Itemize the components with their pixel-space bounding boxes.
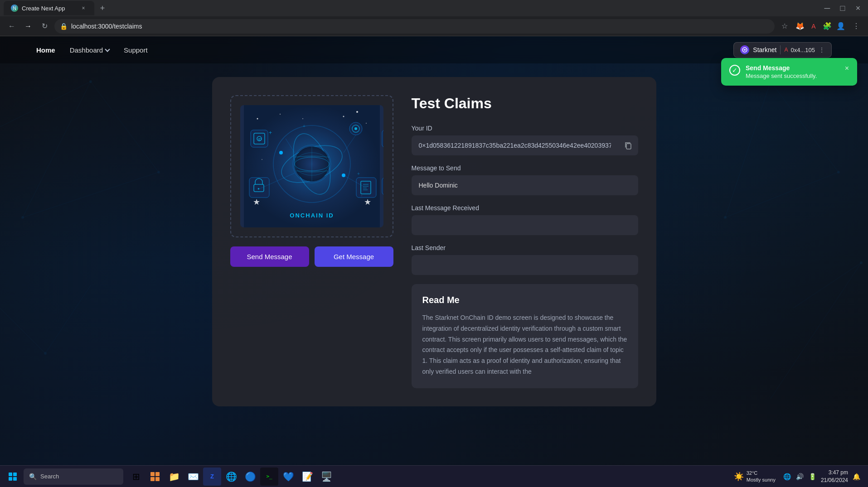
url-text: localhost:3000/testclaims <box>71 23 142 30</box>
wallet-network-icon <box>740 45 749 54</box>
taskbar-search-icon: 🔍 <box>29 473 37 480</box>
more-button[interactable]: ⋮ <box>850 20 863 33</box>
nft-svg-art: ★ ★ + + + + + <box>240 105 383 227</box>
taskbar-app-chrome[interactable]: 🔵 <box>241 468 259 486</box>
new-tab-button[interactable]: + <box>96 2 109 14</box>
ext-icon-3[interactable]: 🧩 <box>822 21 833 32</box>
svg-point-23 <box>343 116 344 117</box>
last-sender-label: Last Sender <box>412 244 638 251</box>
svg-point-21 <box>257 118 258 120</box>
nav-support[interactable]: Support <box>124 46 148 54</box>
taskbar-time-display: 3:47 pm <box>821 469 848 477</box>
toast-content: Send Message Message sent successfully. <box>746 64 839 79</box>
back-button[interactable]: ← <box>5 20 18 33</box>
taskbar-app-taskview[interactable]: ⊞ <box>127 468 145 486</box>
svg-text:ID: ID <box>258 137 262 141</box>
your-id-input[interactable] <box>412 135 618 155</box>
taskbar-app-terminal[interactable]: >_ <box>260 468 278 486</box>
wallet-divider <box>780 45 781 54</box>
taskbar-app-screen[interactable]: 🖥️ <box>317 468 335 486</box>
taskbar-app-edge[interactable]: 🌐 <box>222 468 240 486</box>
copy-id-button[interactable] <box>618 135 638 155</box>
svg-text:★: ★ <box>364 198 371 207</box>
tab-bar: N Create Next App × + ─ □ × <box>0 0 868 16</box>
main-content: ★ ★ + + + + + <box>0 63 868 420</box>
svg-rect-76 <box>155 477 160 481</box>
svg-point-25 <box>356 111 358 113</box>
maximize-button[interactable]: □ <box>836 2 849 14</box>
taskbar-search-bar[interactable]: 🔍 Search <box>24 468 123 485</box>
svg-rect-49 <box>382 130 383 147</box>
svg-rect-61 <box>356 178 376 198</box>
toast-title: Send Message <box>746 64 839 72</box>
ext-icon-4[interactable]: 👤 <box>835 21 846 32</box>
nav-links: Home Dashboard Support <box>36 46 148 54</box>
forward-button[interactable]: → <box>22 20 34 33</box>
content-card: ★ ★ + + + + + <box>212 77 656 406</box>
svg-point-27 <box>262 159 262 160</box>
right-panel: Test Claims Your ID <box>412 95 638 388</box>
minimize-button[interactable]: ─ <box>821 2 834 14</box>
message-field-group: Message to Send <box>412 164 638 195</box>
address-bar[interactable]: 🔒 localhost:3000/testclaims <box>54 19 775 34</box>
taskbar-app-mail[interactable]: ✉️ <box>184 468 202 486</box>
taskbar-app-notes[interactable]: 📝 <box>298 468 316 486</box>
last-message-label: Last Message Received <box>412 204 638 212</box>
read-me-title: Read Me <box>422 295 627 305</box>
system-tray: ☀️ 32°C Mostly sunny 🌐 🔊 🔋 3:47 pm 21/06… <box>727 469 864 484</box>
svg-text:+: + <box>269 130 272 136</box>
lock-icon: 🔒 <box>60 23 68 30</box>
taskbar-app-files[interactable]: 📁 <box>165 468 183 486</box>
last-sender-input[interactable] <box>412 255 638 275</box>
svg-text:+: + <box>357 171 360 176</box>
taskbar-date-display: 21/06/2024 <box>821 477 848 484</box>
dashboard-chevron-icon <box>105 47 110 52</box>
browser-chrome: N Create Next App × + ─ □ × ← → ↻ 🔒 loca… <box>0 0 868 36</box>
notification-tray-icon[interactable]: 🔔 <box>852 472 861 481</box>
refresh-button[interactable]: ↻ <box>38 20 51 33</box>
page-title: Test Claims <box>412 95 638 112</box>
action-buttons: Send Message Get Message <box>230 246 393 267</box>
volume-tray-icon[interactable]: 🔊 <box>795 472 805 481</box>
extension-icons: 🦊 A 🧩 👤 <box>795 21 846 32</box>
toast-close-button[interactable]: × <box>845 64 849 72</box>
wallet-address-text: 0x4...105 <box>791 47 815 53</box>
toast-message: Message sent successfully. <box>746 72 839 79</box>
battery-tray-icon[interactable]: 🔋 <box>808 472 817 481</box>
svg-point-24 <box>366 123 367 124</box>
network-tray-icon[interactable]: 🌐 <box>783 472 792 481</box>
taskbar-app-custom1[interactable] <box>146 468 164 486</box>
active-tab[interactable]: N Create Next App × <box>4 1 94 15</box>
weather-widget[interactable]: ☀️ 32°C Mostly sunny <box>730 470 779 483</box>
wallet-button[interactable]: Starknet A 0x4...105 ⋮ <box>733 42 832 58</box>
bookmark-button[interactable]: ☆ <box>778 20 791 33</box>
get-message-button[interactable]: Get Message <box>315 246 393 267</box>
ext-icon-1[interactable]: 🦊 <box>795 21 805 32</box>
page-background: Home Dashboard Support Starknet A <box>0 36 868 487</box>
weather-info: 32°C Mostly sunny <box>747 470 776 483</box>
ext-icon-2[interactable]: A <box>808 21 819 32</box>
last-message-input[interactable] <box>412 215 638 235</box>
address-icon: A <box>784 47 788 53</box>
your-id-field-group: Your ID <box>412 125 638 155</box>
weather-condition: Mostly sunny <box>747 477 776 483</box>
taskbar-clock[interactable]: 3:47 pm 21/06/2024 <box>821 469 848 484</box>
start-button[interactable] <box>4 468 22 486</box>
svg-text:ONCHAIN ID: ONCHAIN ID <box>290 212 334 219</box>
taskbar-app-zoom[interactable]: Z <box>203 468 221 486</box>
nav-dashboard[interactable]: Dashboard <box>70 46 109 54</box>
browser-actions: ☆ 🦊 A 🧩 👤 ⋮ <box>778 20 863 33</box>
wallet-more-icon: ⋮ <box>819 46 825 53</box>
tab-close-button[interactable]: × <box>80 5 87 12</box>
toast-notification: ✓ Send Message Message sent successfully… <box>721 58 857 86</box>
taskbar-app-vscode[interactable]: 💙 <box>279 468 297 486</box>
last-message-field-group: Last Message Received <box>412 204 638 235</box>
nav-home[interactable]: Home <box>36 46 55 54</box>
svg-point-56 <box>354 127 357 130</box>
tab-favicon: N <box>11 5 18 12</box>
browser-close-button[interactable]: × <box>852 2 864 14</box>
message-input[interactable] <box>412 175 638 195</box>
svg-rect-75 <box>150 477 155 481</box>
svg-text:★: ★ <box>253 198 260 207</box>
send-message-button[interactable]: Send Message <box>230 246 309 267</box>
